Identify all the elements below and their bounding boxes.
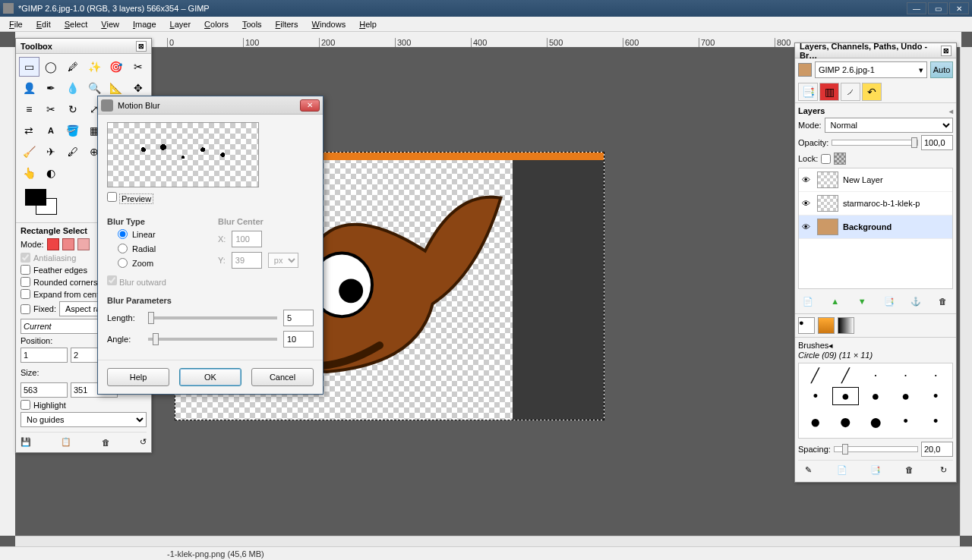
image-selector[interactable]: GIMP 2.6.jpg-1▾ <box>815 61 927 78</box>
tab-undo[interactable]: ↶ <box>862 83 882 101</box>
brush-item[interactable]: ● <box>802 408 829 435</box>
delete-brush-icon[interactable]: 🗑 <box>902 463 917 477</box>
spacing-value[interactable]: 20,0 <box>921 442 953 457</box>
highlight-checkbox[interactable] <box>21 400 30 410</box>
radial-radio-label[interactable]: Radial <box>118 244 203 253</box>
menu-help[interactable]: Help <box>353 18 383 30</box>
layer-row[interactable]: 👁 New Layer <box>799 168 952 192</box>
angle-slider[interactable] <box>148 338 277 341</box>
length-input[interactable]: 5 <box>283 310 314 326</box>
dialog-close-button[interactable]: ✕ <box>300 99 320 112</box>
brush-item[interactable]: • <box>922 387 949 405</box>
mode-subtract-icon[interactable] <box>77 238 90 250</box>
anchor-layer-icon[interactable]: ⚓ <box>908 294 923 308</box>
rightdock-close-icon[interactable]: ⊠ <box>941 46 951 56</box>
opacity-slider[interactable] <box>832 140 918 146</box>
visibility-icon[interactable]: 👁 <box>802 199 813 208</box>
ink-tool[interactable]: 🖋 <box>62 142 83 162</box>
paths-tool[interactable]: ✒ <box>41 78 62 98</box>
brush-item[interactable]: • <box>802 387 829 405</box>
fuzzy-select-tool[interactable]: ✨ <box>84 57 105 77</box>
layer-row[interactable]: 👁 Background <box>799 216 952 239</box>
zoom-radio-label[interactable]: Zoom <box>118 258 203 268</box>
color-select-tool[interactable]: 🎯 <box>106 57 127 77</box>
length-slider[interactable] <box>148 316 277 319</box>
expand-checkbox[interactable] <box>21 289 30 299</box>
menu-image[interactable]: Image <box>127 18 163 30</box>
restore-options-icon[interactable]: 📋 <box>61 437 71 447</box>
horizontal-scrollbar[interactable] <box>15 536 960 546</box>
ok-button[interactable]: OK <box>179 368 241 386</box>
linear-radio-label[interactable]: Linear <box>118 229 203 239</box>
dodge-tool[interactable]: ◐ <box>41 163 62 183</box>
rect-select-tool[interactable]: ▭ <box>19 57 39 77</box>
help-button[interactable]: Help <box>107 368 169 386</box>
layer-row[interactable]: 👁 starmaroc-b-1-klek-p <box>799 192 952 216</box>
new-layer-icon[interactable]: 📄 <box>800 294 816 308</box>
delete-layer-icon[interactable]: 🗑 <box>936 294 951 308</box>
layer-name[interactable]: starmaroc-b-1-klek-p <box>843 199 920 208</box>
lock-alpha-checkbox[interactable] <box>821 154 831 164</box>
feather-checkbox[interactable] <box>21 265 30 275</box>
brush-item[interactable]: · <box>892 367 920 384</box>
brush-item[interactable]: ● <box>862 387 889 405</box>
menu-edit[interactable]: Edit <box>30 18 57 30</box>
foreground-select-tool[interactable]: 👤 <box>19 78 39 98</box>
edit-brush-icon[interactable]: ✎ <box>800 463 816 477</box>
spacing-slider[interactable] <box>834 446 918 452</box>
menu-select[interactable]: Select <box>58 18 94 30</box>
preview-checkbox-label[interactable]: Preview <box>107 194 153 203</box>
brushes-menu-icon[interactable]: ◂ <box>828 341 833 350</box>
ellipse-select-tool[interactable]: ◯ <box>41 57 62 77</box>
preview-checkbox[interactable] <box>107 192 117 202</box>
maximize-button[interactable]: ▭ <box>928 2 948 14</box>
reset-options-icon[interactable]: ↺ <box>140 437 147 447</box>
duplicate-layer-icon[interactable]: 📑 <box>882 294 897 308</box>
mode-add-icon[interactable] <box>62 238 74 250</box>
menu-tools[interactable]: Tools <box>236 18 268 30</box>
menu-layer[interactable]: Layer <box>164 18 197 30</box>
layer-name[interactable]: Background <box>843 222 892 231</box>
menu-windows[interactable]: Windows <box>306 18 352 30</box>
linear-radio[interactable] <box>118 229 128 239</box>
fixed-checkbox[interactable] <box>21 304 30 314</box>
auto-button[interactable]: Auto <box>930 61 953 78</box>
lock-pixels-icon[interactable] <box>834 153 846 165</box>
scissors-tool[interactable]: ✂ <box>128 57 148 77</box>
opacity-value[interactable]: 100,0 <box>921 135 953 150</box>
layers-menu-icon[interactable]: ◂ <box>949 107 953 115</box>
text-tool[interactable]: A <box>41 121 62 140</box>
refresh-brush-icon[interactable]: ↻ <box>936 463 951 477</box>
brush-item[interactable]: • <box>922 408 949 435</box>
mode-replace-icon[interactable] <box>47 238 59 250</box>
new-brush-icon[interactable]: 📄 <box>835 463 850 477</box>
brush-item[interactable]: ● <box>892 387 920 405</box>
menu-colors[interactable]: Colors <box>198 18 235 30</box>
tab-layers[interactable]: 📑 <box>798 83 818 101</box>
rounded-checkbox[interactable] <box>21 277 30 287</box>
foreground-color[interactable] <box>25 189 46 206</box>
minimize-button[interactable]: — <box>907 2 926 14</box>
align-tool[interactable]: ≡ <box>19 99 39 119</box>
color-picker-tool[interactable]: 💧 <box>62 78 83 98</box>
smudge-tool[interactable]: 👆 <box>19 163 39 183</box>
lower-layer-icon[interactable]: ▼ <box>854 294 869 308</box>
toolbox-close-icon[interactable]: ⊠ <box>136 41 147 52</box>
brush-item[interactable]: • <box>892 408 920 435</box>
brush-item[interactable]: · <box>922 367 949 384</box>
lasso-tool[interactable]: 🖉 <box>62 57 83 77</box>
eraser-tool[interactable]: 🧹 <box>19 142 39 162</box>
save-options-icon[interactable]: 💾 <box>21 437 31 447</box>
menu-file[interactable]: File <box>3 18 29 30</box>
rotate-tool[interactable]: ↻ <box>62 99 83 119</box>
delete-options-icon[interactable]: 🗑 <box>102 438 110 447</box>
vertical-scrollbar[interactable] <box>960 47 972 536</box>
pos-x-input[interactable]: 1 <box>21 348 68 363</box>
flip-tool[interactable]: ⇄ <box>19 121 39 140</box>
airbrush-tool[interactable]: ✈ <box>41 142 62 162</box>
visibility-icon[interactable]: 👁 <box>802 175 813 184</box>
close-button[interactable]: ✕ <box>949 2 969 14</box>
brush-item[interactable]: ╱ <box>802 367 829 384</box>
cancel-button[interactable]: Cancel <box>251 368 314 386</box>
menu-view[interactable]: View <box>95 18 125 30</box>
